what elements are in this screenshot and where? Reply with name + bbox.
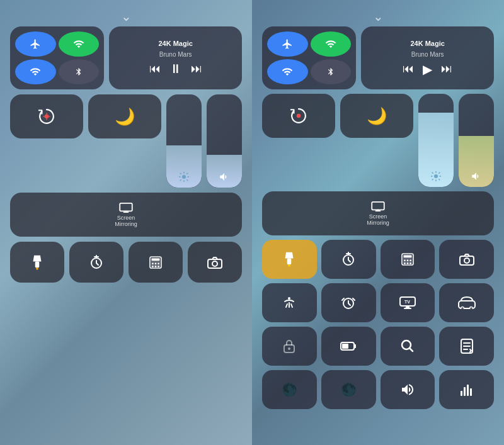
cellular-button[interactable] <box>59 31 100 57</box>
right-airplane-button[interactable] <box>267 31 308 57</box>
right-screen-mirroring-button[interactable]: ScreenMirroring <box>262 191 494 235</box>
right-grid-row2: TV <box>262 283 494 322</box>
left-do-not-disturb-button[interactable]: 🌙 <box>88 94 161 138</box>
right-play-button[interactable]: ▶ <box>423 62 432 77</box>
next-button[interactable]: ⏭ <box>191 62 202 76</box>
svg-point-31 <box>410 262 411 264</box>
left-screen-mirroring-label: ScreenMirroring <box>115 215 137 227</box>
svg-marker-4 <box>33 255 42 261</box>
svg-rect-50 <box>467 385 469 396</box>
right-grid-row4: 🌑 🌑 <box>262 370 494 409</box>
left-lock-rotation-button[interactable] <box>10 94 83 138</box>
svg-rect-5 <box>36 268 38 269</box>
wifi-button[interactable] <box>15 59 56 84</box>
right-lock-rotation-button[interactable] <box>262 94 335 138</box>
right-wifi-button[interactable] <box>267 59 308 84</box>
right-grid-row1 <box>262 240 494 279</box>
pause-button[interactable]: ⏸ <box>169 62 182 76</box>
svg-rect-2 <box>120 203 132 210</box>
svg-point-40 <box>469 307 472 310</box>
left-screen-mirroring-button[interactable]: ScreenMirroring <box>10 193 242 237</box>
right-do-not-disturb-button[interactable]: 🌙 <box>340 94 413 138</box>
svg-point-28 <box>410 259 411 261</box>
svg-point-33 <box>464 258 469 263</box>
svg-point-1 <box>182 175 186 179</box>
svg-rect-51 <box>470 388 472 396</box>
svg-point-34 <box>288 297 290 300</box>
right-alarm-button[interactable] <box>321 283 376 322</box>
left-timer-button[interactable] <box>69 242 123 283</box>
left-media-block: 24K Magic Bruno Mars ⏮ ⏸ ⏭ <box>109 26 242 89</box>
right-media-controls: ⏮ ▶ ⏭ <box>369 62 486 77</box>
right-chevron[interactable] <box>369 13 387 20</box>
svg-rect-45 <box>342 344 348 349</box>
right-media-block: 24K Magic Bruno Mars ⏮ ▶ ⏭ <box>361 26 494 89</box>
right-darkmode-button[interactable]: 🌑 <box>262 370 317 409</box>
svg-point-42 <box>288 347 290 350</box>
right-prev-button[interactable]: ⏮ <box>403 62 414 76</box>
right-guided-access-button[interactable] <box>262 327 317 366</box>
right-battery-button[interactable] <box>321 327 376 366</box>
right-notes-button[interactable] <box>439 327 494 366</box>
right-timer-button[interactable] <box>321 240 376 279</box>
left-song-name: 24K Magic <box>117 40 234 47</box>
right-brightness-slider[interactable] <box>418 94 454 187</box>
right-sleep-button[interactable]: 🌑 <box>321 370 376 409</box>
left-calculator-button[interactable] <box>129 242 183 283</box>
svg-rect-49 <box>464 387 466 396</box>
left-row3: ScreenMirroring <box>10 193 242 237</box>
svg-marker-21 <box>285 252 294 259</box>
svg-rect-8 <box>152 258 160 261</box>
left-volume-slider[interactable] <box>207 94 242 188</box>
svg-rect-22 <box>289 264 290 266</box>
right-connectivity-block <box>262 26 356 89</box>
left-chevron[interactable] <box>117 13 135 20</box>
left-media-controls: ⏮ ⏸ ⏭ <box>117 62 234 76</box>
right-row1: 24K Magic Bruno Mars ⏮ ▶ ⏭ <box>262 26 494 89</box>
svg-rect-3 <box>35 261 40 268</box>
right-mute-button[interactable] <box>381 370 435 409</box>
right-row3: ScreenMirroring <box>262 191 494 235</box>
svg-point-29 <box>404 262 406 264</box>
left-control-center: 24K Magic Bruno Mars ⏮ ⏸ ⏭ <box>0 0 252 445</box>
left-flashlight-button[interactable] <box>10 242 64 283</box>
right-appletv-button[interactable]: TV <box>381 283 435 322</box>
right-magnifier-button[interactable] <box>381 327 435 366</box>
left-brightness-slider[interactable] <box>166 94 202 188</box>
right-equalizer-button[interactable] <box>439 370 494 409</box>
svg-point-11 <box>158 262 159 264</box>
svg-rect-48 <box>461 391 462 396</box>
right-bluetooth-button[interactable] <box>311 59 352 84</box>
right-screen-mirroring-label: ScreenMirroring <box>367 213 389 226</box>
svg-point-10 <box>155 262 157 264</box>
svg-point-39 <box>461 307 464 310</box>
right-next-button[interactable]: ⏭ <box>441 62 452 76</box>
svg-rect-25 <box>403 256 411 258</box>
svg-rect-44 <box>354 344 356 348</box>
right-artist-name: Bruno Mars <box>369 51 486 58</box>
right-flashlight-button[interactable] <box>262 240 317 279</box>
right-cc-content: 24K Magic Bruno Mars ⏮ ▶ ⏭ 🌙 <box>262 26 494 409</box>
svg-rect-20 <box>287 258 292 264</box>
right-accessibility-button[interactable] <box>262 283 317 322</box>
svg-point-16 <box>212 261 217 266</box>
left-camera-button[interactable] <box>188 242 242 283</box>
left-artist-name: Bruno Mars <box>117 51 234 58</box>
prev-button[interactable]: ⏮ <box>149 62 161 76</box>
right-cellular-button[interactable] <box>311 31 352 57</box>
right-carplay-button[interactable] <box>439 283 494 322</box>
svg-point-0 <box>45 115 49 119</box>
svg-point-26 <box>404 259 406 261</box>
right-camera-button[interactable] <box>439 240 494 279</box>
right-grid-row3 <box>262 327 494 366</box>
airplane-mode-button[interactable] <box>15 31 56 57</box>
bluetooth-button[interactable] <box>59 59 100 84</box>
svg-text:TV: TV <box>404 300 410 304</box>
svg-point-30 <box>407 262 409 264</box>
svg-point-9 <box>152 262 154 264</box>
left-bottom-row <box>10 242 242 283</box>
svg-point-13 <box>155 266 157 268</box>
right-row2: 🌙 <box>262 94 494 187</box>
right-volume-slider[interactable] <box>459 94 494 187</box>
right-calculator-button[interactable] <box>381 240 435 279</box>
